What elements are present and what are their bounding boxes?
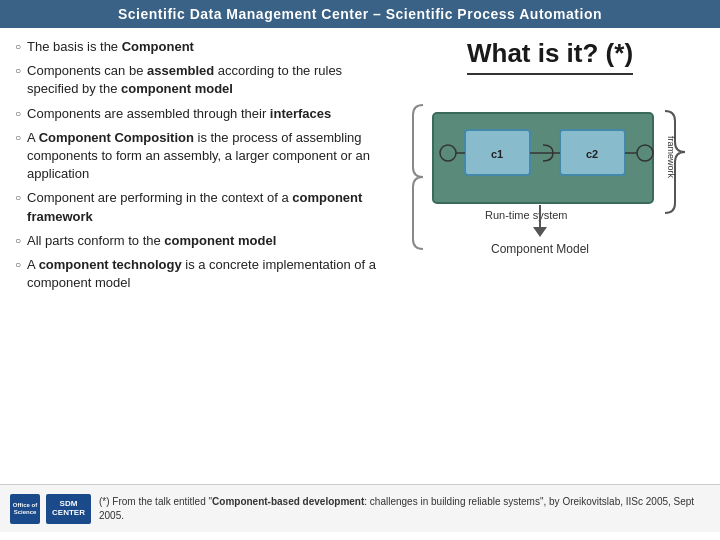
- page-header: Scientific Data Management Center – Scie…: [0, 0, 720, 28]
- bullet-text-5: Component are performing in the context …: [27, 189, 385, 225]
- bullet-icon-6: ○: [15, 235, 21, 246]
- footer-text: (*) From the talk entitled "Component-ba…: [99, 495, 710, 523]
- bullet-text-4: A Component Composition is the process o…: [27, 129, 385, 184]
- bullet-1: ○ The basis is the Component: [15, 38, 385, 56]
- bullet-text-3: Components are assembled through their i…: [27, 105, 331, 123]
- bullet-icon-1: ○: [15, 41, 21, 52]
- bullet-icon-7: ○: [15, 259, 21, 270]
- c1-label: c1: [491, 148, 503, 160]
- main-content: ○ The basis is the Component ○ Component…: [0, 28, 720, 484]
- component-diagram: c1 c2 Run-time system framework: [405, 95, 695, 260]
- bullet-icon-2: ○: [15, 65, 21, 76]
- footer-logos: Office ofScience SDMCENTER: [10, 494, 91, 524]
- bullet-icon-5: ○: [15, 192, 21, 203]
- bullet-text-6: All parts conform to the component model: [27, 232, 276, 250]
- sdm-center-logo: SDMCENTER: [46, 494, 91, 524]
- bullet-4: ○ A Component Composition is the process…: [15, 129, 385, 184]
- title-underline: [467, 73, 633, 75]
- bullet-icon-4: ○: [15, 132, 21, 143]
- header-title: Scientific Data Management Center – Scie…: [118, 6, 602, 22]
- bullet-text-2: Components can be assembled according to…: [27, 62, 385, 98]
- component-model-label: Component Model: [491, 242, 589, 256]
- bullet-text-1: The basis is the Component: [27, 38, 194, 56]
- bullet-icon-3: ○: [15, 108, 21, 119]
- c2-label: c2: [586, 148, 598, 160]
- bullet-5: ○ Component are performing in the contex…: [15, 189, 385, 225]
- runtime-label: Run-time system: [485, 209, 568, 221]
- bullet-7: ○ A component technology is a concrete i…: [15, 256, 385, 292]
- bullet-2: ○ Components can be assembled according …: [15, 62, 385, 98]
- right-column: What is it? (*) c1 c2: [395, 38, 705, 479]
- bullet-3: ○ Components are assembled through their…: [15, 105, 385, 123]
- footer: Office ofScience SDMCENTER (*) From the …: [0, 484, 720, 532]
- what-title: What is it? (*): [467, 38, 633, 69]
- office-of-science-logo: Office ofScience: [10, 494, 40, 524]
- framework-label: framework: [666, 136, 676, 179]
- svg-marker-10: [533, 227, 547, 237]
- what-is-it-section: What is it? (*): [467, 38, 633, 83]
- bullet-6: ○ All parts conform to the component mod…: [15, 232, 385, 250]
- bullet-text-7: A component technology is a concrete imp…: [27, 256, 385, 292]
- left-column: ○ The basis is the Component ○ Component…: [15, 38, 385, 479]
